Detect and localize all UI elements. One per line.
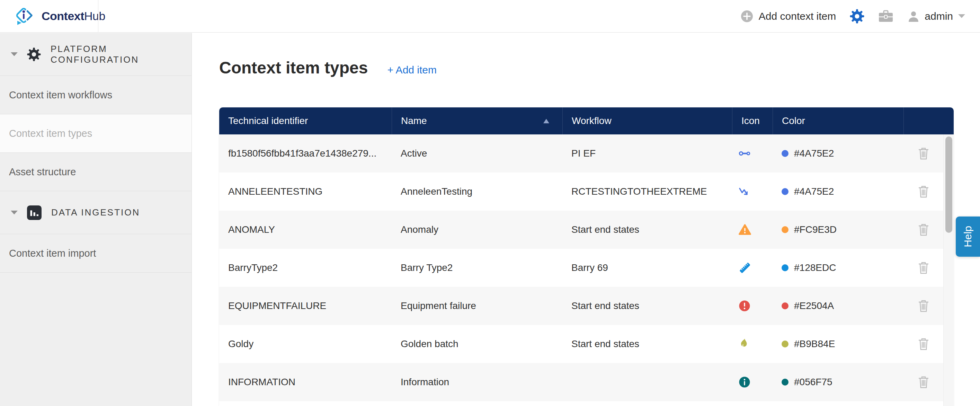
settings-button[interactable] <box>850 9 864 24</box>
color-dot <box>781 264 789 271</box>
color-dot <box>781 303 789 309</box>
table-scrollbar[interactable] <box>943 134 954 406</box>
cell-workflow: Start end states <box>562 224 732 235</box>
sidebar-item-context-item-import[interactable]: Context item import <box>0 234 191 272</box>
warning-triangle-icon <box>732 223 773 236</box>
topbar: ContextHub Add context item <box>0 0 980 33</box>
column-header-technical-identifier[interactable]: Technical identifier <box>219 107 391 134</box>
cell-name: Equipment failure <box>391 300 562 311</box>
cell-workflow: Barry 69 <box>562 262 732 273</box>
color-hex: #E2504A <box>794 300 834 311</box>
cell-workflow: Start end states <box>562 300 732 311</box>
user-avatar-icon <box>907 10 920 22</box>
context-item-types-table: Technical identifier Name Workflow Icon … <box>219 107 954 406</box>
delete-button[interactable] <box>918 376 929 388</box>
color-hex: #056F75 <box>794 377 832 388</box>
scrollbar-thumb[interactable] <box>945 137 952 233</box>
color-dot <box>781 226 789 233</box>
sidebar: PLATFORM CONFIGURATION Context item work… <box>0 33 192 406</box>
cell-name: Golden batch <box>391 338 562 350</box>
caret-down-icon <box>958 14 966 18</box>
delete-button[interactable] <box>918 147 929 160</box>
sidebar-section-data-ingestion[interactable]: DATA INGESTION <box>0 191 191 234</box>
column-header-icon[interactable]: Icon <box>732 107 773 134</box>
add-context-item-button[interactable]: Add context item <box>741 10 836 22</box>
cell-technical-identifier: ANOMALY <box>219 224 391 235</box>
add-item-link[interactable]: + Add item <box>387 64 437 76</box>
brand-name: ContextHub <box>41 10 105 23</box>
cell-name: Anomaly <box>391 224 562 235</box>
cell-color: #056F75 <box>773 377 904 388</box>
user-menu[interactable]: admin <box>907 10 966 22</box>
sidebar-section-platform-configuration[interactable]: PLATFORM CONFIGURATION <box>0 33 191 76</box>
delete-button[interactable] <box>918 185 929 198</box>
table-header: Technical identifier Name Workflow Icon … <box>219 107 954 134</box>
table-row: BarryType2 Barry Type2 Barry 69 #128EDC <box>219 249 954 287</box>
delete-button[interactable] <box>918 299 929 312</box>
sidebar-item-asset-structure[interactable]: Asset structure <box>0 153 191 191</box>
cell-color: #4A75E2 <box>773 148 904 159</box>
cell-name: Active <box>391 148 562 159</box>
error-circle-icon <box>732 300 773 312</box>
chevron-down-icon <box>10 210 18 215</box>
gear-icon <box>27 48 41 61</box>
cell-technical-identifier: fb1580f56fbb41f3aa7e1438e279... <box>219 148 391 159</box>
cell-color: #128EDC <box>773 262 904 273</box>
table-row: INFORMATION Information #056F75 <box>219 363 954 401</box>
table-row: EQUIPMENTFAILURE Equipment failure Start… <box>219 287 954 325</box>
color-hex: #4A75E2 <box>794 148 834 159</box>
cell-color: #FC9E3D <box>773 224 904 235</box>
plus-circle-icon <box>741 10 753 22</box>
delete-button[interactable] <box>918 338 929 350</box>
delete-button[interactable] <box>918 223 929 236</box>
color-dot <box>781 379 789 385</box>
color-dot <box>781 188 789 195</box>
bar-chart-icon <box>27 205 41 220</box>
column-header-name[interactable]: Name <box>391 107 562 134</box>
color-hex: #4A75E2 <box>794 186 834 197</box>
cell-technical-identifier: INFORMATION <box>219 377 391 388</box>
color-dot <box>781 341 789 347</box>
contexthub-logo-icon <box>13 6 35 26</box>
color-hex: #128EDC <box>794 262 836 273</box>
table-row: ANNELEENTESTING AnneleenTesting RCTESTIN… <box>219 172 954 211</box>
cell-color: #B9B84E <box>773 338 904 350</box>
help-tab[interactable]: Help <box>956 217 980 257</box>
cell-technical-identifier: EQUIPMENTFAILURE <box>219 300 391 311</box>
color-hex: #B9B84E <box>794 338 835 350</box>
table-row: Goldy Golden batch Start end states #B9B… <box>219 325 954 363</box>
trend-down-icon <box>732 185 773 198</box>
toolbox-button[interactable] <box>878 10 893 23</box>
page-head: Context item types + Add item <box>219 58 980 77</box>
flame-icon <box>732 338 773 350</box>
cell-technical-identifier: BarryType2 <box>219 262 391 273</box>
page-title: Context item types <box>219 58 368 77</box>
delete-button[interactable] <box>918 261 929 274</box>
user-name: admin <box>924 10 953 22</box>
cell-name: Barry Type2 <box>391 262 562 273</box>
gear-icon <box>850 9 864 24</box>
cell-workflow: PI EF <box>562 148 732 159</box>
main-content: Context item types + Add item Technical … <box>192 33 980 406</box>
sidebar-item-context-item-types[interactable]: Context item types <box>0 114 191 153</box>
cell-name: Information <box>391 377 562 388</box>
topbar-divider <box>98 0 99 33</box>
topbar-actions: Add context item <box>741 9 980 24</box>
sort-asc-icon <box>543 119 549 123</box>
cell-technical-identifier: Goldy <box>219 338 391 350</box>
cell-workflow: Start end states <box>562 338 732 350</box>
key-icon <box>732 147 773 160</box>
info-circle-icon <box>732 376 773 388</box>
table-row: ANOMALY Anomaly Start end states #FC9E3D <box>219 211 954 249</box>
column-header-actions <box>904 107 954 134</box>
column-header-workflow[interactable]: Workflow <box>562 107 732 134</box>
table-body: fb1580f56fbb41f3aa7e1438e279... Active P… <box>219 134 954 406</box>
column-header-color[interactable]: Color <box>773 107 904 134</box>
sidebar-item-context-item-workflows[interactable]: Context item workflows <box>0 76 191 114</box>
cell-name: AnneleenTesting <box>391 186 562 197</box>
briefcase-icon <box>878 10 893 23</box>
chevron-down-icon <box>10 52 18 57</box>
cell-color: #E2504A <box>773 300 904 311</box>
brand-logo[interactable]: ContextHub <box>0 0 105 32</box>
cell-color: #4A75E2 <box>773 186 904 197</box>
